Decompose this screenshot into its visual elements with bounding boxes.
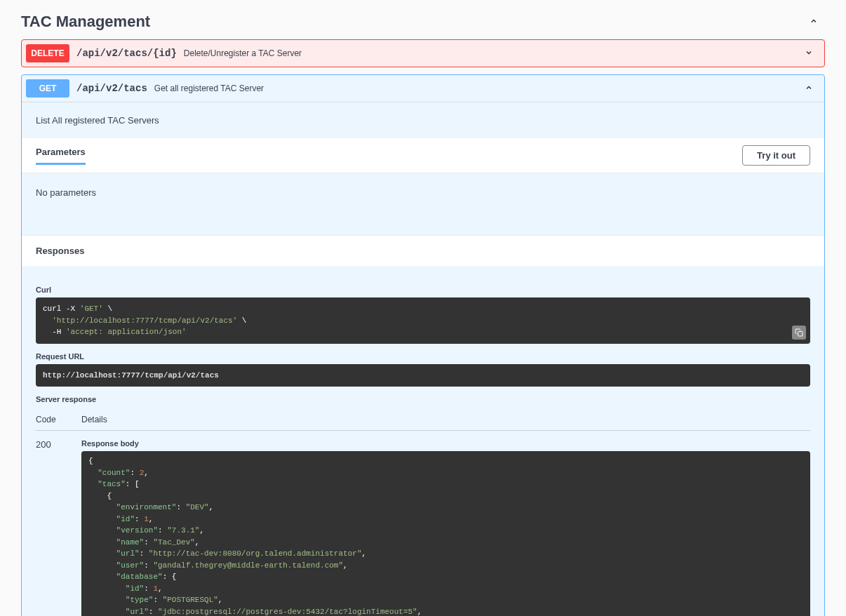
details-column-header: Details [81, 415, 107, 424]
request-url-label: Request URL [36, 352, 810, 361]
get-operation-summary[interactable]: GET /api/v2/tacs Get all registered TAC … [22, 75, 824, 102]
get-operation-block: GET /api/v2/tacs Get all registered TAC … [21, 74, 825, 616]
chevron-down-icon [798, 48, 820, 59]
responses-content: Curl curl -X 'GET' \ 'http://localhost:7… [22, 266, 824, 616]
delete-summary: Delete/Unregister a TAC Server [184, 48, 798, 58]
parameters-tab[interactable]: Parameters [36, 147, 86, 165]
section-header[interactable]: TAC Management [21, 7, 825, 39]
delete-operation-summary[interactable]: DELETE /api/v2/tacs/{id} Delete/Unregist… [22, 40, 824, 67]
no-parameters-text: No parameters [22, 173, 824, 235]
response-details: Response body { "count": 2, "tacs": [ { … [81, 439, 810, 616]
response-body-json: { "count": 2, "tacs": [ { "environment":… [81, 451, 810, 616]
chevron-up-icon [798, 83, 820, 94]
method-badge-get: GET [26, 79, 69, 98]
code-column-header: Code [36, 415, 81, 424]
svg-rect-0 [798, 331, 803, 336]
method-badge-delete: DELETE [26, 44, 69, 62]
curl-block: curl -X 'GET' \ 'http://localhost:7777/t… [36, 297, 810, 344]
response-body-label: Response body [81, 439, 810, 448]
parameters-header: Parameters Try it out [22, 138, 824, 173]
response-table-header: Code Details [36, 415, 810, 431]
get-operation-body: List All registered TAC Servers Paramete… [22, 102, 824, 616]
section-collapse-icon[interactable] [803, 17, 825, 27]
copy-curl-icon[interactable] [792, 326, 806, 340]
delete-operation-block: DELETE /api/v2/tacs/{id} Delete/Unregist… [21, 39, 825, 67]
response-row: 200 Response body { "count": 2, "tacs": … [36, 439, 810, 616]
delete-path: /api/v2/tacs/{id} [69, 48, 184, 59]
section-title: TAC Management [21, 13, 150, 31]
server-response-label: Server response [36, 395, 810, 403]
get-path: /api/v2/tacs [69, 83, 154, 94]
curl-label: Curl [36, 286, 810, 294]
try-it-out-button[interactable]: Try it out [742, 145, 810, 166]
responses-header: Responses [22, 235, 824, 266]
get-summary: Get all registered TAC Server [154, 83, 798, 93]
request-url-block: http://localhost:7777/tcmp/api/v2/tacs [36, 364, 810, 387]
operation-description: List All registered TAC Servers [22, 102, 824, 138]
status-code: 200 [36, 439, 81, 616]
